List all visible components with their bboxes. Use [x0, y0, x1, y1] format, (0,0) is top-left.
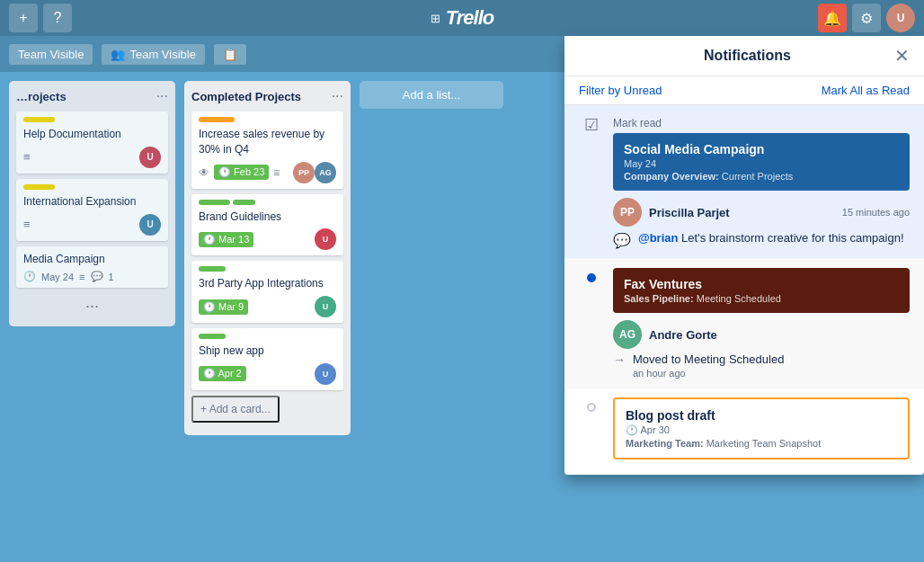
card-title-media: Media Campaign — [23, 252, 161, 267]
notif-card-board-blog: Marketing Team: Marketing Team Snapshot — [626, 438, 897, 449]
notif-left-2 — [579, 268, 604, 282]
nav-left: + ? — [9, 4, 72, 32]
board-title-button[interactable]: Team Visible — [9, 44, 93, 65]
avatar-intl: U — [139, 214, 161, 236]
notif-dot-2 — [587, 273, 596, 282]
add-list-button[interactable]: Add a list... — [360, 81, 503, 109]
notif-card-title-social: Social Media Campaign — [624, 142, 899, 156]
notif-card-date-social: May 24 — [624, 158, 899, 169]
list-title-completed: Completed Projects — [191, 90, 301, 103]
list-header-completed: Completed Projects ··· — [191, 88, 343, 104]
avatar-pp: PP — [293, 162, 315, 183]
eye-icon: 👁 — [199, 166, 209, 179]
notif-comment-text-1: @brian Let's brainstorm creative for thi… — [638, 230, 904, 246]
logo-area: ⊞ Trello — [431, 6, 494, 30]
list-menu-button-completed[interactable]: ··· — [332, 88, 343, 104]
card-international-expansion[interactable]: International Expansion ≡ U — [16, 179, 168, 241]
card-footer-help: ≡ U — [23, 147, 161, 168]
team-visible-button[interactable]: 👥 Team Visible — [102, 44, 204, 65]
card-title-brand: Brand Guidelines — [199, 210, 336, 225]
card-meta-media: 🕐 May 24 ≡ 💬 1 — [23, 271, 161, 282]
card-media-campaign[interactable]: Media Campaign 🕐 May 24 ≡ 💬 1 — [16, 246, 168, 289]
clock-icon-blog: 🕐 — [626, 424, 638, 435]
team-label: Team Visible — [129, 48, 195, 61]
card-help-documentation[interactable]: Help Documentation ≡ U — [16, 112, 168, 174]
notif-card-title-blog: Blog post draft — [626, 408, 897, 423]
filter-unread-button[interactable]: Filter by Unread — [579, 84, 662, 97]
card-footer-brand: 🕐 Mar 13 U — [199, 228, 336, 250]
card-footer-intl: ≡ U — [23, 214, 161, 236]
notif-user-name-ag: Andre Gorte — [649, 328, 717, 342]
notif-dot-empty-3 — [587, 403, 596, 412]
card-footer-3rdparty: 🕐 Mar 9 U — [199, 296, 336, 317]
team-icon: 👥 — [111, 48, 125, 61]
list-menu-button-projects[interactable]: ··· — [156, 88, 168, 104]
card-3rd-party[interactable]: 3rd Party App Integrations 🕐 Mar 9 U — [191, 261, 343, 323]
trello-grid-icon: ⊞ — [431, 12, 440, 25]
user-avatar-button[interactable]: U — [886, 4, 915, 32]
mark-read-button-1[interactable]: Mark read — [613, 117, 662, 129]
notif-card-title-fax: Fax Ventures — [624, 277, 899, 291]
avatar-ag: AG — [315, 162, 336, 183]
label-green-2 — [233, 200, 255, 205]
card-date-icon: 🕐 — [23, 271, 36, 282]
card-label-row-brand — [199, 200, 336, 205]
board-label-fax: Sales Pipeline: — [624, 293, 694, 304]
board-label-blog: Marketing Team: — [626, 438, 704, 449]
board-menu-button[interactable]: 📋 — [214, 44, 246, 65]
notif-card-board-fax: Sales Pipeline: Meeting Scheduled — [624, 293, 899, 304]
notif-action-row-2: → Moved to Meeting Scheduled an hour ago — [613, 352, 910, 379]
notif-card-date-blog: 🕐 Apr 30 — [626, 424, 897, 436]
card-label-intl — [23, 184, 55, 190]
label-green-shipapp — [199, 334, 226, 339]
add-card-label: Add a card... — [209, 403, 271, 415]
settings-button[interactable]: ⚙ — [852, 4, 881, 32]
notification-button[interactable]: 🔔 — [818, 4, 847, 32]
add-button[interactable]: + — [9, 4, 38, 32]
notif-card-board-social: Company Overview: Current Projects — [624, 171, 899, 182]
avatar-brand: U — [315, 228, 336, 250]
notif-comment-row-1: 💬 @brian Let's brainstorm creative for t… — [613, 230, 910, 249]
add-card-button[interactable]: + Add a card... — [191, 396, 280, 423]
notif-read-toggle-1[interactable]: ☑ — [581, 114, 602, 136]
list-header-projects: …rojects ··· — [16, 88, 168, 104]
notif-card-blog-post[interactable]: Blog post draft 🕐 Apr 30 Marketing Team:… — [613, 397, 910, 459]
notif-avatar-pp: PP — [613, 198, 642, 227]
board-label-social: Company Overview: — [624, 171, 719, 182]
card-comment-count: 1 — [109, 272, 114, 282]
board-name-fax: Meeting Scheduled — [697, 293, 781, 304]
due-badge-3rdparty: 🕐 Mar 9 — [199, 299, 248, 315]
board-menu-icon: 📋 — [223, 48, 237, 61]
list-completed-projects: Completed Projects ··· Increase sales re… — [184, 81, 351, 435]
card-brand-guidelines[interactable]: Brand Guidelines 🕐 Mar 13 U — [191, 194, 343, 256]
action-arrow-icon: → — [613, 352, 626, 367]
notif-avatar-ag: AG — [613, 320, 642, 349]
notif-card-social-media[interactable]: Social Media Campaign May 24 Company Ove… — [613, 133, 910, 191]
card-date-media: May 24 — [41, 272, 74, 282]
mark-all-read-button[interactable]: Mark All as Read — [822, 84, 910, 97]
avatar-help: U — [139, 147, 161, 168]
mention-brian: @brian — [638, 231, 678, 245]
nav-right: 🔔 ⚙ U — [818, 4, 915, 32]
card-label-yellow — [23, 117, 55, 122]
card-title-shipapp: Ship new app — [199, 343, 336, 359]
card-title-intl: International Expansion — [23, 194, 161, 210]
due-badge-sales: 🕐 Feb 23 — [214, 165, 269, 180]
notifications-panel: Notifications ✕ Filter by Unread Mark Al… — [564, 36, 924, 475]
notif-card-fax-ventures[interactable]: Fax Ventures Sales Pipeline: Meeting Sch… — [613, 268, 910, 313]
notification-item-2: Fax Ventures Sales Pipeline: Meeting Sch… — [564, 259, 924, 388]
notif-action-time-2: an hour ago — [633, 368, 784, 379]
card-desc-icon-intl: ≡ — [23, 218, 31, 231]
avatar-stack-sales: PP AG — [293, 162, 336, 183]
notification-item-3: Blog post draft 🕐 Apr 30 Marketing Team:… — [564, 388, 924, 475]
card-increase-sales[interactable]: Increase sales revenue by 30% in Q4 👁 🕐 … — [191, 112, 343, 189]
notif-body-1: Mark read Social Media Campaign May 24 C… — [613, 114, 910, 249]
board-name-social: Current Projects — [722, 171, 793, 182]
notif-body-2: Fax Ventures Sales Pipeline: Meeting Sch… — [613, 268, 910, 379]
list-dots-bottom: ··· — [16, 293, 168, 319]
list-title-projects: …rojects — [16, 90, 67, 103]
card-ship-app[interactable]: Ship new app 🕐 Apr 2 U — [191, 328, 343, 390]
help-button[interactable]: ? — [43, 4, 72, 32]
notifications-close-button[interactable]: ✕ — [894, 47, 910, 65]
label-green-3rdparty — [199, 266, 226, 272]
